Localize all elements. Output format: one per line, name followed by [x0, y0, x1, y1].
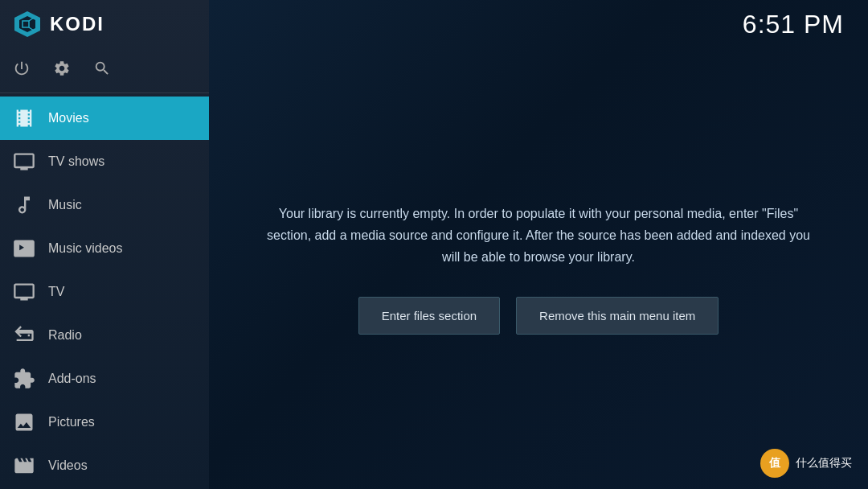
watermark-badge: 值 — [760, 449, 789, 478]
sidebar-item-pictures[interactable]: Pictures — [0, 401, 209, 444]
music-icon — [13, 194, 35, 216]
movies-icon — [13, 107, 35, 129]
sidebar-item-music-videos[interactable]: Music videos — [0, 227, 209, 270]
watermark: 值 什么值得买 — [760, 449, 852, 478]
settings-icon[interactable] — [53, 60, 71, 81]
remove-menu-item-button[interactable]: Remove this main menu item — [516, 297, 719, 335]
tv-shows-icon — [13, 150, 35, 173]
sidebar-item-tv-shows[interactable]: TV shows — [0, 140, 209, 183]
main-content: 6:51 PM Your library is currently empty.… — [209, 0, 868, 489]
sidebar-item-radio-label: Radio — [48, 328, 82, 343]
sidebar-item-movies-label: Movies — [48, 111, 89, 125]
sidebar-icon-bar — [0, 48, 209, 93]
sidebar: KODI Movies — [0, 0, 209, 489]
sidebar-item-radio[interactable]: Radio — [0, 314, 209, 357]
sidebar-item-add-ons-label: Add-ons — [48, 372, 96, 386]
sidebar-nav: Movies TV shows Music Music videos — [0, 93, 209, 489]
pictures-icon — [13, 411, 35, 434]
action-buttons: Enter files section Remove this main men… — [358, 297, 719, 335]
power-icon[interactable] — [13, 60, 31, 81]
enter-files-button[interactable]: Enter files section — [358, 297, 500, 335]
sidebar-item-pictures-label: Pictures — [48, 415, 95, 429]
add-ons-icon — [13, 368, 35, 390]
topbar: 6:51 PM — [209, 0, 868, 48]
watermark-text: 什么值得买 — [796, 456, 852, 471]
sidebar-item-music[interactable]: Music — [0, 183, 209, 227]
empty-library-message: Your library is currently empty. In orde… — [257, 203, 820, 269]
tv-icon — [13, 281, 35, 303]
music-videos-icon — [13, 237, 35, 260]
videos-icon — [13, 454, 35, 477]
sidebar-item-videos-label: Videos — [48, 458, 88, 473]
sidebar-item-music-label: Music — [48, 198, 82, 212]
kodi-logo-icon — [13, 10, 42, 39]
sidebar-item-tv-label: TV — [48, 285, 64, 299]
sidebar-item-videos[interactable]: Videos — [0, 444, 209, 487]
sidebar-item-tv-shows-label: TV shows — [48, 154, 104, 169]
search-icon[interactable] — [93, 60, 111, 81]
content-area: Your library is currently empty. In orde… — [209, 48, 868, 489]
sidebar-item-tv[interactable]: TV — [0, 270, 209, 314]
sidebar-item-movies[interactable]: Movies — [0, 97, 209, 140]
sidebar-header: KODI — [0, 0, 209, 48]
sidebar-item-music-videos-label: Music videos — [48, 241, 122, 256]
clock-display: 6:51 PM — [743, 10, 844, 39]
app-title: KODI — [50, 13, 104, 35]
sidebar-item-add-ons[interactable]: Add-ons — [0, 357, 209, 401]
radio-icon — [13, 324, 35, 347]
